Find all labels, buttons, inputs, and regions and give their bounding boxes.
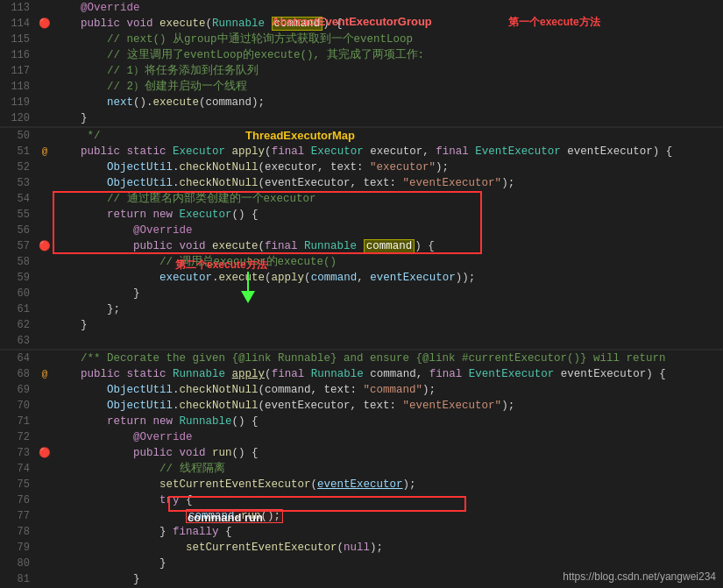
line-79: 79 setCurrentEventExecutor(null);	[0, 540, 723, 556]
line-78: 78 } finally {	[0, 524, 723, 540]
line-56: 56 @Override	[0, 223, 723, 238]
line-64: 64 /** Decorate the given {@link Runnabl…	[0, 351, 723, 366]
line-117: 117 // 1）将任务添加到任务队列	[0, 63, 723, 79]
line-73: 73 🔴 public void run() {	[0, 445, 723, 461]
line-114: 114 🔴 public void execute(Runnable comma…	[0, 16, 723, 32]
line-120: 120 }	[0, 110, 723, 126]
line-52: 52 ObjectUtil.checkNotNull(executor, tex…	[0, 159, 723, 175]
line-59: 59 executor.execute(apply(command, event…	[0, 270, 723, 286]
code-viewer: 113 @Override 114 🔴 public void execute(…	[0, 0, 723, 588]
line-113: 113 @Override	[0, 0, 723, 16]
green-arrow-down	[235, 272, 261, 303]
line-70: 70 ObjectUtil.checkNotNull(eventExecutor…	[0, 398, 723, 414]
svg-marker-1	[241, 291, 255, 303]
line-61: 61 };	[0, 301, 723, 317]
line-71: 71 return new Runnable() {	[0, 414, 723, 429]
line-60: 60 }	[0, 286, 723, 301]
line-75: 75 setCurrentEventExecutor(eventExecutor…	[0, 477, 723, 492]
line-118: 118 // 2）创建并启动一个线程	[0, 79, 723, 95]
line-116: 116 // 这里调用了eventLoop的execute(), 其完成了两项工…	[0, 47, 723, 63]
line-72: 72 @Override	[0, 429, 723, 445]
line-54: 54 // 通过匿名内部类创建的一个executor	[0, 191, 723, 207]
line-55: 55 return new Executor() {	[0, 207, 723, 223]
line-119: 119 next().execute(command);	[0, 95, 723, 110]
line-76: 76 try {	[0, 492, 723, 508]
line-50: 50 */ ThreadExecutorMap	[0, 128, 723, 144]
line-115: 115 // next() 从group中通过轮询方式获取到一个eventLoo…	[0, 32, 723, 47]
line-74: 74 // 线程隔离	[0, 461, 723, 477]
line-69: 69 ObjectUtil.checkNotNull(command, text…	[0, 382, 723, 398]
line-80: 80 }	[0, 556, 723, 571]
line-63: 63	[0, 333, 723, 349]
line-68: 68 @ public static Runnable apply(final …	[0, 366, 723, 382]
line-77: 77 command.run();	[0, 508, 723, 524]
line-53: 53 ObjectUtil.checkNotNull(eventExecutor…	[0, 175, 723, 191]
line-62: 62 }	[0, 317, 723, 333]
line-58: 58 // 调用总executor的execute()	[0, 254, 723, 270]
line-57: 57 🔴 public void execute(final Runnable …	[0, 238, 723, 254]
watermark: https://blog.csdn.net/yangwei234	[563, 570, 716, 583]
line-51: 51 @ public static Executor apply(final …	[0, 144, 723, 159]
